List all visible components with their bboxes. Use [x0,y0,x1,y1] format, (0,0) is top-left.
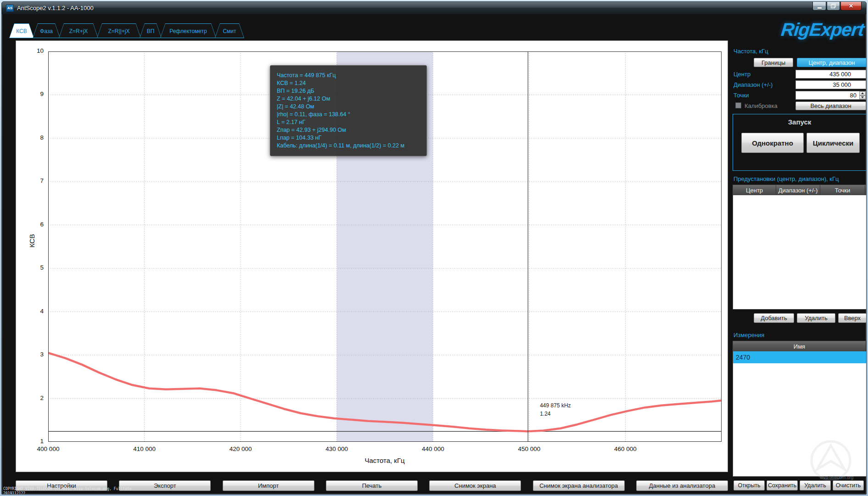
center-field-label: Центр [734,71,750,78]
screenshot-button[interactable]: Снимок экрана [429,480,521,491]
tab-ksv[interactable]: КСВ [9,23,34,38]
presets-col-span[interactable]: Диапазон (+/-) [776,185,820,195]
tooltip-line: Частота = 449 875 кГц [277,72,420,79]
y-tick-label: 2 [16,395,44,401]
y-tick-label: 5 [16,264,44,271]
measurements-table-header: Имя [733,341,866,351]
svg-text:449 875 kHz: 449 875 kHz [540,402,571,409]
y-tick-label: 1 [16,438,44,445]
x-tick-label: 440 000 [412,445,454,452]
frequency-section-label: Частота, кГц [734,48,768,55]
x-axis-title: Частота, кГц [339,457,431,464]
measurement-open-button[interactable]: Открыть [734,480,765,490]
tab-label: Z=R||+jX [97,23,141,38]
y-tick-label: 6 [16,221,44,228]
tab-reflectometer[interactable]: Рефлектометр [160,23,216,38]
measurements-col-name[interactable]: Имя [733,341,866,351]
full-range-button[interactable]: Весь диапазон [795,101,866,110]
export-button[interactable]: Экспорт [119,480,211,491]
minimize-icon [818,7,822,9]
run-section-title: Запуск [733,118,866,126]
tooltip-line: |Z| = 42.48 Ом [277,103,420,111]
tab-z-parallel[interactable]: Z=R||+jX [97,23,141,38]
analyzer-data-button[interactable]: Данные из анализатора [636,480,728,491]
y-tick-label: 4 [16,308,44,315]
x-tick-label: 460 000 [605,445,646,452]
import-button[interactable]: Импорт [223,480,314,491]
titlebar: AS AntScope2 v.1.1.2 - AA-1000 ✕ [2,2,866,14]
points-input[interactable] [795,91,866,100]
run-cyclic-button[interactable]: Циклически [806,133,860,153]
x-tick-label: 420 000 [220,445,261,452]
preset-add-button[interactable]: Добавить [754,313,794,323]
tooltip-line: Z = 42.04 + j6.12 Ом [277,95,420,103]
svg-text:1.24: 1.24 [540,411,551,417]
minimize-button[interactable] [812,2,826,11]
app-icon: AS [6,5,14,12]
tab-label: КСВ [9,23,34,38]
center-span-mode-button[interactable]: Центр, диапазон [797,58,867,67]
watermark-line: COPYRIGHT VIVA-TELECOM (C)2011, viva-tel… [3,487,131,491]
points-spin-up-button[interactable] [859,91,866,96]
tooltip-line: Zпар = 42.93 + j294.90 Ом [277,126,420,134]
chevron-up-icon [861,92,864,94]
rigexpert-logo: RigExpert [780,19,865,40]
center-input[interactable] [795,70,866,79]
restore-icon [831,4,836,8]
span-input[interactable] [795,80,866,89]
presets-col-points[interactable]: Точки [820,185,865,195]
analyzer-screenshot-button[interactable]: Снимок экрана анализатора [533,480,625,491]
x-tick-label: 400 000 [28,445,69,452]
chart-panel: КСВ Частота, кГц 449 875 kHz1.24 1234567… [16,40,728,472]
watermark-copyright: COPYRIGHT VIVA-TELECOM (C)2011, viva-tel… [3,487,131,495]
window-title: AntScope2 v.1.1.2 - AA-1000 [17,5,94,11]
tab-label: Z=R+jX [59,23,98,38]
x-tick-label: 410 000 [124,445,165,452]
preset-delete-button[interactable]: Удалить [797,313,835,323]
tab-label: Рефлектометр [160,23,216,38]
close-button[interactable]: ✕ [840,2,862,11]
points-spinner [859,91,866,99]
y-axis-title: КСВ [28,234,36,248]
tab-label: Смит [215,23,244,38]
tab-label: ВП [140,23,162,38]
y-tick-label: 9 [16,90,44,97]
calibration-checkbox[interactable] [735,102,741,108]
watermark-line: 2019112122 [3,491,131,495]
tab-z-series[interactable]: Z=R+jX [59,23,98,38]
app-window: AS AntScope2 v.1.1.2 - AA-1000 ✕ КСВ Фаз… [1,1,867,495]
presets-table-header: Центр Диапазон (+/-) Точки [733,185,866,195]
tab-faza[interactable]: Фаза [33,23,60,38]
cursor-tooltip: Частота = 449 875 кГцКСВ = 1.24ВП = 19.2… [270,65,427,156]
points-spin-down-button[interactable] [859,96,866,100]
y-tick-label: 3 [16,351,44,358]
span-field-label: Диапазон (+/-) [734,81,773,88]
run-section: Запуск Однократно Циклически [733,114,867,171]
presets-table[interactable]: Центр Диапазон (+/-) Точки [733,185,867,310]
tooltip-line: Кабель: длина(1/4) = 0.11 м, длина(1/2) … [277,142,420,150]
presets-label: Предустановки (центр, диапазон), кГц [734,175,839,182]
y-tick-label: 10 [16,47,44,54]
tooltip-line: Lпар = 104.33 нГ [277,134,420,142]
tab-label: Фаза [33,23,60,38]
watermark-site: viva-telecom.org [820,475,853,480]
tooltip-line: ВП = 19.26 дБ [277,87,420,95]
y-tick-label: 8 [16,134,44,141]
x-tick-label: 450 000 [509,445,550,452]
run-single-button[interactable]: Однократно [741,133,804,153]
preset-up-button[interactable]: Вверх [838,313,867,323]
bounds-mode-button[interactable]: Границы [754,58,793,67]
tooltip-line: |rho| = 0.11, фаза = 138.64 ° [277,111,420,118]
presets-col-center[interactable]: Центр [733,185,776,195]
print-button[interactable]: Печать [326,480,418,491]
measurement-row-selected[interactable]: 2470 [733,351,866,363]
measurements-label: Измерения [734,332,764,338]
y-tick-label: 7 [16,177,44,184]
measurement-save-button[interactable]: Сохранить [767,480,798,490]
restore-button[interactable] [827,2,840,11]
close-icon: ✕ [849,3,853,9]
x-tick-label: 430 000 [316,445,358,452]
tab-vp[interactable]: ВП [140,23,162,38]
tab-smith[interactable]: Смит [215,23,244,38]
desktop: AS AntScope2 v.1.1.2 - AA-1000 ✕ КСВ Фаз… [0,0,868,496]
